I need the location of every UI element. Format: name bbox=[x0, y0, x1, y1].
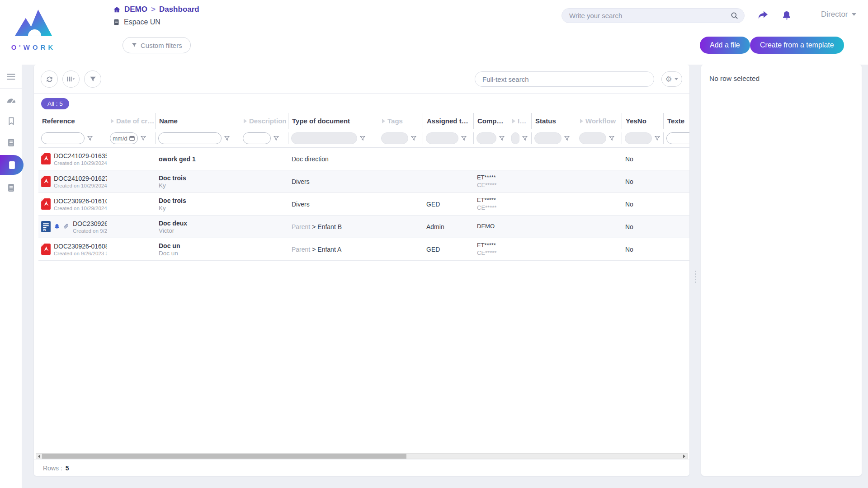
yesno-cell: No bbox=[622, 216, 663, 238]
sidebar bbox=[0, 65, 22, 488]
breadcrumb-root[interactable]: DEMO bbox=[124, 5, 147, 14]
logo-mountain-icon bbox=[14, 5, 53, 43]
notifications-button[interactable] bbox=[779, 8, 794, 23]
sidebar-item-nav-documents[interactable] bbox=[0, 134, 22, 151]
filter-cell-12 bbox=[663, 132, 689, 144]
empty-cell bbox=[576, 193, 622, 215]
funnel-icon[interactable] bbox=[609, 135, 615, 141]
empty-cell bbox=[509, 216, 531, 238]
created-date: Created on 10/29/2024 10:24:21 PM bbox=[54, 183, 107, 188]
refresh-button[interactable] bbox=[41, 70, 58, 88]
add-file-button[interactable]: Add a file bbox=[700, 37, 750, 54]
column-header-name[interactable]: Name bbox=[155, 113, 240, 129]
column-header-reference[interactable]: Reference bbox=[38, 113, 107, 129]
table-row[interactable]: DOC230926-01608-0Created on 9/26/2023 3:… bbox=[38, 238, 689, 261]
empty-cell bbox=[240, 238, 288, 260]
sidebar-item-nav-ged[interactable] bbox=[0, 155, 24, 175]
reference-cell: DOC230926-01610-3Created on 10/29/2024 1… bbox=[38, 193, 107, 215]
column-header-yesno[interactable]: YesNo bbox=[622, 113, 663, 129]
top-bar: O'WORK DEMO > Dashboard Espace UN bbox=[0, 0, 868, 65]
funnel-icon[interactable] bbox=[564, 135, 570, 141]
column-header-workflow[interactable]: Workflow bbox=[576, 113, 622, 129]
funnel-icon[interactable] bbox=[359, 135, 366, 141]
filter-text-input[interactable] bbox=[666, 132, 689, 144]
gauge-icon bbox=[6, 95, 16, 104]
share-button[interactable] bbox=[756, 8, 770, 23]
global-search-input[interactable] bbox=[569, 12, 730, 19]
fulltext-search-input[interactable] bbox=[482, 75, 646, 83]
bookmark-icon bbox=[8, 117, 15, 126]
global-search[interactable] bbox=[561, 8, 745, 23]
reference-cell: DOC241029-01635-0Created on 10/29/2024 1… bbox=[38, 148, 107, 170]
create-from-template-button[interactable]: Create from a template bbox=[750, 37, 844, 54]
table-row[interactable]: DOC241029-01627-0Created on 10/29/2024 1… bbox=[38, 170, 689, 193]
word-icon: w bbox=[41, 221, 51, 232]
pdf-icon bbox=[41, 198, 51, 210]
bell-icon bbox=[781, 10, 792, 21]
user-menu[interactable]: Director bbox=[821, 10, 856, 19]
filter-button[interactable] bbox=[84, 70, 101, 88]
book-icon bbox=[113, 19, 120, 26]
filter-disabled-input bbox=[511, 132, 519, 144]
date-filter-input[interactable]: mm/d bbox=[110, 132, 138, 144]
type-cell: Divers bbox=[288, 170, 378, 192]
column-header-comp-[interactable]: Comp… bbox=[473, 113, 509, 129]
funnel-icon[interactable] bbox=[499, 135, 505, 141]
type-cell: Parent> Enfant A bbox=[288, 238, 378, 260]
fulltext-search[interactable] bbox=[475, 71, 654, 87]
funnel-icon[interactable] bbox=[273, 135, 279, 141]
sidebar-item-menu-toggle[interactable] bbox=[0, 68, 22, 85]
scrollbar-thumb[interactable] bbox=[42, 454, 406, 459]
table-filter-row: mm/d bbox=[38, 129, 689, 148]
table-row[interactable]: DOC241029-01635-0Created on 10/29/2024 1… bbox=[38, 148, 689, 170]
breadcrumb-current[interactable]: Dashboard bbox=[159, 5, 199, 14]
column-header-date-of-cr-[interactable]: Date of cr… bbox=[107, 113, 155, 129]
horizontal-scrollbar[interactable] bbox=[36, 453, 688, 459]
filter-text-input[interactable] bbox=[41, 132, 85, 144]
filter-text-input[interactable] bbox=[158, 132, 222, 144]
reference-text: DOC241029-01635-0 bbox=[54, 152, 107, 160]
panel-resize-handle[interactable] bbox=[693, 269, 697, 284]
home-icon[interactable] bbox=[113, 6, 121, 14]
search-icon[interactable] bbox=[730, 11, 739, 20]
column-header-tags[interactable]: Tags bbox=[378, 113, 423, 129]
filter-disabled-input bbox=[534, 132, 561, 144]
tab-all-badge[interactable]: All : 5 bbox=[41, 98, 69, 109]
funnel-icon[interactable] bbox=[140, 135, 146, 141]
sidebar-item-nav-dashboard[interactable] bbox=[0, 91, 22, 108]
filter-text-input[interactable] bbox=[243, 132, 271, 144]
funnel-icon[interactable] bbox=[410, 135, 417, 141]
calendar-icon[interactable] bbox=[129, 135, 135, 141]
company-cell: ET*****CE***** bbox=[473, 170, 509, 192]
empty-cell bbox=[663, 170, 689, 192]
sidebar-item-nav-bookmarks[interactable] bbox=[0, 113, 22, 130]
rows-label: Rows : bbox=[43, 465, 62, 472]
table-row[interactable]: wDOC230926-01609-0Created on 9/26/2023 3… bbox=[38, 216, 689, 238]
funnel-icon[interactable] bbox=[461, 135, 467, 141]
scroll-left-arrow[interactable] bbox=[36, 454, 42, 459]
funnel-icon[interactable] bbox=[224, 135, 230, 141]
columns-button[interactable] bbox=[62, 70, 80, 88]
empty-cell bbox=[378, 216, 423, 238]
column-header-status[interactable]: Status bbox=[531, 113, 576, 129]
app-logo[interactable]: O'WORK bbox=[8, 3, 59, 56]
funnel-icon[interactable] bbox=[654, 135, 660, 141]
table-footer: Rows : 5 bbox=[34, 460, 689, 476]
scroll-right-arrow[interactable] bbox=[681, 454, 687, 459]
empty-cell bbox=[107, 170, 155, 192]
filter-disabled-input bbox=[381, 132, 408, 144]
empty-cell bbox=[663, 216, 689, 238]
sidebar-item-nav-archive[interactable] bbox=[0, 179, 22, 196]
table-row[interactable]: DOC230926-01610-3Created on 10/29/2024 1… bbox=[38, 193, 689, 216]
table-settings-button[interactable]: ⚙ bbox=[661, 71, 682, 87]
column-header-i-[interactable]: I… bbox=[509, 113, 531, 129]
funnel-icon[interactable] bbox=[522, 135, 528, 141]
custom-filters-button[interactable]: Custom filters bbox=[123, 37, 191, 53]
funnel-icon[interactable] bbox=[87, 135, 93, 141]
column-header-description[interactable]: Description bbox=[240, 113, 288, 129]
column-header-assigned-t-[interactable]: Assigned t… bbox=[423, 113, 473, 129]
custom-filters-label: Custom filters bbox=[141, 42, 182, 49]
column-header-texte[interactable]: Texte bbox=[663, 113, 689, 129]
column-header-type-of-document[interactable]: Type of document bbox=[288, 113, 378, 129]
sort-caret-icon bbox=[382, 119, 385, 123]
